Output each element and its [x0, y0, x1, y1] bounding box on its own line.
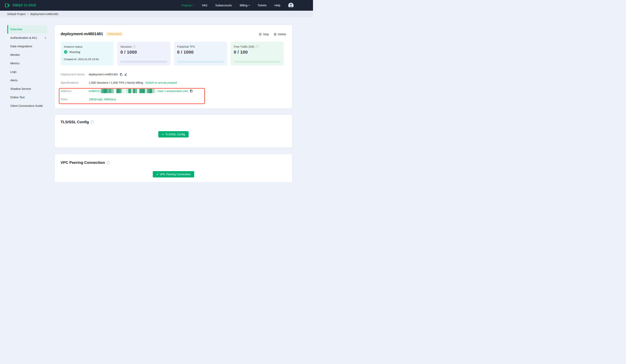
- sidebar-item-label: Online Test: [10, 96, 25, 99]
- copy-icon[interactable]: [190, 89, 193, 93]
- ports-value: 1883(mqtt), 8083(ws): [89, 98, 116, 101]
- specifications-label: Specifications:: [61, 81, 89, 84]
- status-text: Running: [70, 50, 80, 54]
- stop-icon: [259, 33, 262, 36]
- nav-item-label: Subaccounts: [215, 4, 232, 7]
- sidebar-item-metrics[interactable]: Metrics: [7, 59, 47, 68]
- delete-button[interactable]: Delete: [274, 33, 286, 36]
- copy-icon[interactable]: [119, 73, 122, 76]
- stat-label: Pub&Sub TPS: [177, 45, 195, 48]
- nav-item-vas[interactable]: VAS: [202, 4, 207, 7]
- deployment-overview-card: deployment-m4801481 Professional Stop: [55, 25, 292, 109]
- nav-item-label: Billing: [240, 4, 247, 7]
- nav-item-subaccounts[interactable]: Subaccounts: [215, 4, 232, 7]
- address-row: Address: m48014 -east-1.amazonaws.com: [61, 89, 193, 93]
- nav-item-tickets[interactable]: Tickets: [258, 4, 267, 7]
- sidebar-item-overview[interactable]: Overview: [7, 25, 47, 34]
- sidebar-item-online-test[interactable]: Online Test: [7, 93, 47, 102]
- sidebar-item-label: Data Integrations: [10, 45, 32, 48]
- help-icon[interactable]: ?: [107, 161, 110, 164]
- trash-icon: [274, 33, 276, 36]
- add-vpc-peering-button[interactable]: + VPC Peering Connection: [153, 171, 194, 178]
- sidebar-item-client-connections-guide[interactable]: Client Connections Guide: [7, 102, 47, 110]
- breadcrumb-separator: /: [28, 12, 28, 16]
- tls-ssl-card: TLS/SSL Config ? + TLS/SSL Config: [55, 115, 292, 147]
- switch-annual-prepaid-link[interactable]: Switch to annual prepaid: [145, 81, 177, 84]
- nav-item-label: VAS: [202, 4, 207, 7]
- check-circle-icon: [64, 50, 68, 54]
- specifications-row: Specifications: 1,000 Sessions / 1,000 T…: [61, 80, 177, 85]
- tps-value: 0 / 1000: [177, 50, 194, 55]
- specifications-value: 1,000 Sessions / 1,000 TPS | Hourly bill…: [89, 81, 143, 84]
- button-label: VPC Peering Connection: [160, 173, 191, 176]
- stat-label: Instance status: [64, 45, 82, 48]
- sidebar-item-label: Monitor: [10, 53, 20, 56]
- sidebar-item-label: Shadow Service: [10, 87, 31, 90]
- add-tls-ssl-config-button[interactable]: + TLS/SSL Config: [158, 131, 189, 138]
- sidebar-item-monitor[interactable]: Monitor: [7, 51, 47, 59]
- sidebar-item-shadow-service[interactable]: Shadow Service: [7, 85, 47, 93]
- sidebar-item-label: Metrics: [10, 62, 20, 65]
- help-icon[interactable]: ?: [256, 45, 259, 48]
- deployment-name-value: deployment-m4801481: [89, 73, 118, 76]
- sessions-progress-bar: [120, 61, 167, 63]
- deployment-name-label: Deployment Name:: [61, 73, 89, 76]
- plus-icon: +: [156, 173, 158, 176]
- emqx-logo-icon: [4, 2, 11, 9]
- ports-label: Ports:: [61, 98, 89, 101]
- vpc-peering-card: VPC Peering Connection ? + VPC Peering C…: [55, 154, 292, 182]
- help-icon[interactable]: ?: [133, 45, 136, 48]
- sessions-card: Sessions ? 0 / 1000: [117, 42, 170, 66]
- breadcrumb-project-link[interactable]: Default Project: [7, 12, 26, 16]
- nav-item-projects[interactable]: Projects ▾: [181, 4, 194, 7]
- sidebar-item-logs[interactable]: Logs: [7, 68, 47, 76]
- nav-item-label: Tickets: [258, 4, 267, 7]
- sidebar-item-label: Overview: [10, 28, 22, 31]
- user-avatar[interactable]: [288, 3, 294, 8]
- address-prefix: m48014: [89, 89, 99, 93]
- sidebar-item-authentication-acl[interactable]: Authentication & ACL ▾: [7, 34, 47, 42]
- caret-down-icon: ▾: [193, 4, 194, 6]
- brand[interactable]: EMQX CLOUD: [4, 2, 36, 9]
- sidebar-item-label: Client Connections Guide: [10, 104, 43, 108]
- address-label: Address:: [61, 89, 89, 93]
- caret-down-icon: ▾: [249, 4, 250, 6]
- sidebar-item-label: Authentication & ACL: [10, 36, 38, 39]
- delete-label: Delete: [278, 33, 286, 36]
- ports-row: Ports: 1883(mqtt), 8083(ws): [61, 97, 116, 102]
- breadcrumb: Default Project / deployment-m4801481: [0, 11, 313, 17]
- nav-item-label: Projects: [181, 4, 192, 7]
- address-suffix: -east-1.amazonaws.com: [157, 89, 188, 93]
- vpc-section-title: VPC Peering Connection: [61, 160, 105, 165]
- breadcrumb-current-page: deployment-m4801481: [30, 12, 59, 16]
- sidebar-item-label: Logs: [10, 70, 16, 73]
- nav-item-help[interactable]: Help: [274, 4, 280, 7]
- sidebar-item-data-integrations[interactable]: Data Integrations: [7, 42, 47, 51]
- pubsub-tps-card: Pub&Sub TPS 0 / 1000: [174, 42, 227, 66]
- top-navbar: EMQX CLOUD Projects ▾ VAS Subaccounts Bi…: [0, 0, 313, 11]
- created-at-text: Created At: 2023.01.05 15:54: [64, 58, 99, 61]
- edit-icon[interactable]: [124, 73, 127, 76]
- plus-icon: +: [162, 133, 164, 136]
- nav-menu: Projects ▾ VAS Subaccounts Billing ▾ Tic…: [181, 3, 294, 8]
- traffic-progress-bar: [234, 61, 280, 63]
- tls-section-title: TLS/SSL Config: [61, 120, 89, 124]
- stat-label: Sessions: [120, 45, 132, 48]
- stop-button[interactable]: Stop: [259, 33, 269, 36]
- stats-row: Instance status Running Created At: 2023…: [61, 42, 284, 66]
- caret-down-icon: ▾: [45, 34, 46, 42]
- button-label: TLS/SSL Config: [165, 133, 185, 136]
- sidebar-nav: Overview Authentication & ACL ▾ Data Int…: [7, 25, 47, 110]
- plan-badge: Professional: [106, 32, 123, 36]
- deployment-title: deployment-m4801481: [61, 32, 103, 36]
- help-icon[interactable]: ?: [90, 120, 94, 124]
- nav-item-label: Help: [274, 4, 280, 7]
- stat-label: Free Traffic (GB): [234, 45, 254, 48]
- deployment-name-row: Deployment Name: deployment-m4801481: [61, 72, 127, 76]
- emqx-cloud-console: EMQX CLOUD Projects ▾ VAS Subaccounts Bi…: [0, 0, 313, 182]
- nav-item-billing[interactable]: Billing ▾: [240, 4, 250, 7]
- tps-progress-bar: [177, 61, 224, 63]
- brand-name: EMQX CLOUD: [13, 3, 36, 7]
- sidebar-item-alerts[interactable]: Alerts: [7, 76, 47, 85]
- traffic-value: 0 / 100: [234, 50, 248, 55]
